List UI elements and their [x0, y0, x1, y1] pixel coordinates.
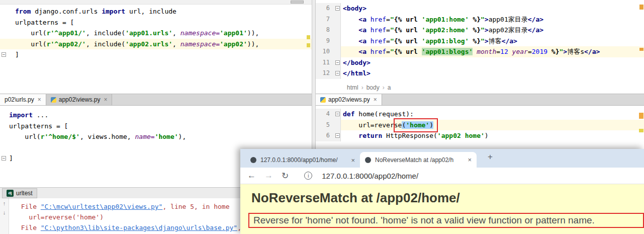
editor-project-urls[interactable]: from django.conf.urls import url, includ…: [0, 0, 312, 94]
code-token: )),: [247, 29, 259, 37]
close-icon[interactable]: ×: [38, 96, 41, 103]
back-button[interactable]: ←: [247, 171, 256, 181]
fold-collapse-icon[interactable]: −: [335, 6, 340, 11]
code-line[interactable]: urlpatterns = [: [0, 121, 312, 132]
code-token: <a: [358, 37, 370, 45]
error-message: Reverse for 'home' not found. 'home' is …: [253, 215, 595, 226]
code-line[interactable]: 9 <a href="{% url 'app01:blog' %}">博客</a…: [316, 36, 644, 47]
fold-collapse-icon[interactable]: −: [335, 60, 340, 65]
stacktrace-down-icon[interactable]: ↓: [3, 209, 6, 215]
code-token: import: [9, 111, 33, 119]
code-line[interactable]: 7 <a href="{% url 'app01:home' %}">app01…: [316, 14, 644, 25]
reload-button[interactable]: ↻: [282, 171, 289, 181]
code-line[interactable]: from django.conf.urls import url, includ…: [0, 6, 312, 17]
fold-collapse-icon[interactable]: −: [335, 133, 340, 138]
code-line[interactable]: −]: [0, 49, 312, 60]
code-token: =: [386, 48, 390, 55]
error-stripe-mark[interactable]: [639, 129, 643, 132]
forward-button[interactable]: →: [264, 171, 273, 181]
close-icon[interactable]: ×: [351, 157, 355, 164]
code-line[interactable]: url(r'^app02/', include('app02.urls', na…: [0, 39, 312, 50]
code-token: ]: [9, 154, 13, 162]
line-number: 9: [316, 36, 334, 47]
error-stripe-mark[interactable]: [307, 35, 310, 39]
fold-collapse-icon[interactable]: −: [2, 52, 6, 57]
fold-marker[interactable]: −: [334, 109, 341, 120]
code-token: ...: [33, 111, 48, 119]
fold-gutter: [0, 17, 13, 28]
run-tab-urltest[interactable]: dj urltest: [2, 188, 37, 198]
code-area-project-urls: from django.conf.urls import url, includ…: [0, 6, 312, 60]
code-line[interactable]: 10 <a href="{% url 'app01:blogs' month=1…: [316, 46, 644, 57]
code-line[interactable]: 12−</html>: [316, 68, 644, 79]
fold-gutter: [0, 142, 7, 153]
code-token: , include(: [86, 29, 125, 37]
code-token: "C:\python3\lib\site-packages\django\url…: [41, 224, 237, 231]
code-line[interactable]: url(r'^app01/', include('app01.urls', na…: [0, 28, 312, 39]
error-stripe-mark[interactable]: [639, 113, 643, 119]
code-token: <body>: [343, 5, 366, 12]
tab-label: app02\views.py: [59, 96, 101, 103]
code-line[interactable]: 5 url=reverse('home'): [316, 120, 644, 131]
fold-marker[interactable]: −: [0, 153, 7, 164]
code-text: urlpatterns = [: [7, 121, 312, 132]
code-token: href: [371, 48, 386, 55]
code-token: [343, 26, 358, 34]
code-token: =: [386, 16, 390, 23]
fold-collapse-icon[interactable]: −: [2, 156, 6, 161]
code-token: home(request):: [354, 110, 413, 118]
new-tab-button[interactable]: +: [484, 152, 497, 164]
close-icon[interactable]: ×: [374, 96, 377, 103]
python-file-icon: [320, 97, 326, 103]
code-token: >: [485, 16, 489, 23]
scrollbar-thumb[interactable]: [291, 1, 304, 4]
breadcrumb-item-html[interactable]: html: [347, 84, 363, 91]
code-token: [343, 37, 358, 45]
editor-template-html[interactable]: 6−<body>7 <a href="{% url 'app01:home' %…: [316, 0, 644, 82]
browser-window: 127.0.0.1:8000/app01/home/ × NoReverseMa…: [240, 149, 644, 234]
error-stripe-mark[interactable]: [639, 48, 643, 51]
close-icon[interactable]: ×: [104, 96, 107, 103]
fold-marker[interactable]: −: [334, 130, 341, 141]
line-number: 4: [316, 109, 334, 120]
tab-app02-urls-py[interactable]: p02\urls.py ×: [0, 94, 46, 105]
code-token: url=reverse: [343, 121, 402, 129]
code-line[interactable]: 6−<body>: [316, 3, 644, 14]
code-line[interactable]: urlpatterns = [: [0, 17, 312, 28]
run-tab-label: urltest: [16, 190, 33, 197]
code-line[interactable]: url(r'^home/$', views.home, name='home')…: [0, 131, 312, 142]
code-text: def home(request):: [341, 109, 644, 120]
code-token: ]: [15, 51, 19, 58]
browser-tab-app01-home[interactable]: 127.0.0.1:8000/app01/home/ ×: [245, 152, 360, 168]
fold-collapse-icon[interactable]: −: [335, 71, 340, 75]
fold-marker[interactable]: −: [334, 57, 341, 68]
close-icon[interactable]: ×: [468, 156, 472, 164]
code-token: ,: [172, 40, 180, 48]
code-line[interactable]: 8 <a href="{% url 'app02:home' %}">app02…: [316, 25, 644, 36]
code-token: 'app02:home': [422, 26, 469, 34]
breadcrumb-item-body[interactable]: body: [366, 84, 385, 91]
fold-marker[interactable]: −: [334, 68, 341, 79]
tab-app02-views-py[interactable]: app02\views.py ×: [316, 94, 382, 105]
fold-collapse-icon[interactable]: −: [335, 112, 340, 116]
code-line[interactable]: 4−def home(request):: [316, 109, 644, 120]
code-line[interactable]: 11−</body>: [316, 57, 644, 68]
address-bar[interactable]: 127.0.0.1:8000/app02/home/: [322, 172, 418, 180]
info-icon[interactable]: i: [304, 172, 312, 180]
fold-marker[interactable]: −: [0, 49, 13, 60]
code-token: , views.home,: [80, 133, 135, 140]
error-stripe-mark[interactable]: [639, 5, 643, 10]
error-stripe-mark[interactable]: [307, 43, 310, 47]
code-line[interactable]: 6− return HttpResponse('app02 home'): [316, 130, 644, 141]
code-line[interactable]: import ...: [0, 110, 312, 121]
code-token: [343, 132, 358, 139]
tab-app02-views-py[interactable]: app02\views.py ×: [46, 94, 113, 105]
editor-splitter[interactable]: [312, 0, 316, 149]
breadcrumb-item-a[interactable]: a: [388, 84, 391, 91]
horizontal-scrollbar[interactable]: [0, 0, 312, 5]
stacktrace-up-icon[interactable]: ↑: [3, 200, 6, 206]
fold-gutter: [334, 14, 341, 25]
fold-marker[interactable]: −: [334, 3, 341, 14]
browser-tab-noreversematch[interactable]: NoReverseMatch at /app02/h ×: [360, 152, 477, 168]
code-token: {% url: [394, 48, 422, 55]
